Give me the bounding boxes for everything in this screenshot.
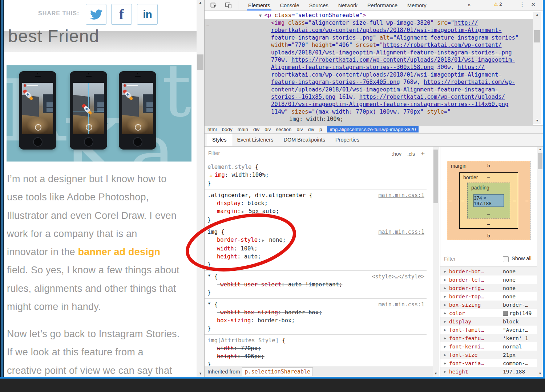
styles-filter-input[interactable]: Filter [208,150,220,156]
page-scrollbar[interactable]: ▲ ▼ [197,0,204,377]
breadcrumb-item[interactable]: body [222,127,233,132]
expand-property-icon[interactable]: ▶ [440,361,449,365]
computed-property-row[interactable]: ▶border-rig…none [440,284,537,292]
devtools-tab-elements[interactable]: Elements [248,1,270,10]
css-rule[interactable]: <style>…</style>* {-webkit-user-select: … [205,271,427,299]
elements-scrollbar[interactable]: ▲ ▼ [533,12,541,124]
text-line[interactable]: feature-instagram-stories--768x405.png 7… [271,78,529,86]
new-style-rule-icon[interactable]: + [421,150,425,158]
breadcrumb-item-selected[interactable]: img.aligncenter.size-full.wp-image-3820 [327,126,418,132]
css-declaration[interactable]: width: 100%; [207,245,424,253]
breadcrumb-item[interactable]: div [296,127,303,132]
padding-bottom-value[interactable]: ‒ [468,211,510,217]
boxmodel-margin[interactable]: margin 5 5 ‒ ‒ border ‒ ‒ ‒ ‒ padding ‒ … [447,161,530,240]
text-line[interactable]: feature-instagram-stories-.png" alt="Ali… [271,34,529,41]
breadcrumb-item[interactable]: section [276,127,292,132]
computed-property-row[interactable]: ▶colorrgb(149 [440,309,537,317]
padding-top-value[interactable]: ‒ [468,184,510,190]
computed-property-row[interactable]: ▶font-kerni…normal [440,342,537,351]
css-declaration[interactable]: width: 770px; [207,344,424,352]
expand-property-icon[interactable]: ▶ [440,369,449,373]
devtools-tab-sources[interactable]: Sources [309,1,328,10]
devtools-tab-memory[interactable]: Memory [407,1,426,10]
computed-property-row[interactable]: ▶border-top…none [440,292,537,301]
expand-property-icon[interactable]: ▶ [440,286,449,290]
sidebar-tab-dom-breakpoints[interactable]: DOM Breakpoints [278,134,330,146]
toggle-class-button[interactable]: .cls [407,151,415,157]
css-declaration[interactable]: border-style:▶ none; [207,236,424,245]
inherited-selector-link[interactable]: p.selectionShareable [242,367,313,376]
breadcrumb-item[interactable]: div [308,127,314,132]
devtools-tab-network[interactable]: Network [338,1,358,10]
expand-property-icon[interactable]: ▶ [440,353,449,357]
text-line[interactable]: 2018/01/wsi-imageoptim-Alignment-feature… [271,101,529,108]
css-declaration[interactable]: -webkit-user-select: auto !important; [207,281,424,289]
scroll-up-icon[interactable]: ▲ [537,147,543,152]
devtools-tab-performance[interactable]: Performance [367,1,397,10]
stylesheet-source-link[interactable]: main.min.css:1 [379,228,424,236]
expand-property-icon[interactable]: ▶ [440,303,449,307]
computed-property-row[interactable]: ▶font-featu…'kern' 1 [440,334,537,342]
text-line[interactable]: content/uploads/2018/01/wsi-imageoptim-A… [271,86,529,93]
css-declaration[interactable]: height: auto; [207,253,424,261]
text-line[interactable]: <img class="aligncenter size-full wp-ima… [271,19,529,26]
border-bottom-value[interactable]: ‒ [460,221,518,227]
css-rule[interactable]: main.min.css:1img {border-style:▶ none;w… [205,226,427,271]
css-declaration[interactable]: -webkit-box-sizing: border-box; [207,309,424,317]
text-line[interactable]: robertkatai.com/wp-content/uploads/2018/… [271,26,529,34]
computed-property-row[interactable]: ▶font-famil…"Avenir… [440,326,537,334]
facebook-share-button[interactable]: f [111,4,132,25]
scroll-down-icon[interactable]: ▼ [197,371,204,376]
boxmodel-content-size[interactable]: 374 × 197.188 [473,194,504,207]
styles-scrollbar[interactable]: ▼ [433,147,439,377]
show-all-checkbox[interactable] [503,256,509,262]
dom-node-parent-p[interactable]: ▼ <p class="selectionShareable"> [259,12,366,19]
computed-property-row[interactable]: ▶height197.188 [440,367,537,376]
devtools-close-icon[interactable]: ✕ [531,1,536,8]
hidden-content-ellipsis[interactable]: … [206,20,209,28]
stylesheet-source-link[interactable]: <style>…</style> [372,273,425,281]
css-rule[interactable]: main.min.css:1* {-webkit-box-sizing: bor… [205,299,427,335]
expand-property-icon[interactable]: ▶ [440,328,449,332]
scroll-down-icon[interactable]: ▼ [533,118,541,123]
device-toolbar-icon[interactable] [224,1,233,9]
styles-scrollbar-thumb[interactable] [433,150,438,203]
text-line[interactable]: stories--161x85.png 161w, https://robert… [271,93,529,101]
scroll-down-icon[interactable]: ▼ [433,371,439,376]
computed-filter-input[interactable]: Filter [444,256,456,262]
linkedin-share-button[interactable]: in [137,4,158,25]
devtools-menu-icon[interactable]: ⋮ [519,1,525,8]
selected-dom-node-highlight[interactable]: … <img class="aligncenter size-full wp-i… [205,19,533,125]
sidebar-scrollbar-thumb[interactable] [538,153,542,169]
margin-left-value[interactable]: ‒ [449,197,452,203]
text-line[interactable]: Alignment-feature-instagram-stories--300… [271,64,529,71]
sidebar-tab-styles[interactable]: Styles [207,134,232,146]
console-warning-badge[interactable]: ⚠ 2 [494,1,502,7]
text-line[interactable]: uploads/2018/01/wsi-imageoptim-Alignment… [271,49,529,56]
breadcrumb-item[interactable]: p [319,127,322,132]
toggle-pseudo-button[interactable]: :hov [392,151,401,157]
margin-right-value[interactable]: ‒ [525,197,528,203]
margin-top-value[interactable]: 5 [447,163,530,168]
css-declaration[interactable]: display: block; [207,199,424,207]
css-declaration[interactable]: box-sizing: border-box; [207,317,424,324]
scroll-up-icon[interactable]: ▲ [533,12,541,17]
expand-shorthand-icon[interactable]: ▶ [262,238,265,243]
text-line[interactable]: 114w" sizes="(max-width: 770px) 100vw, 7… [271,108,529,115]
devtools-tab-console[interactable]: Console [280,1,299,10]
text-line[interactable]: ▼ <p class="selectionShareable"> [259,12,366,19]
stylesheet-source-link[interactable]: main.min.css:1 [379,191,424,199]
margin-bottom-value[interactable]: 5 [447,233,530,238]
computed-property-row[interactable]: ▶font-varia…common-… [440,359,537,367]
css-rule[interactable]: main.min.css:1.aligncenter, div.aligncen… [205,189,427,226]
css-rule[interactable]: element.style {⚠img: width:100%;} [205,161,427,189]
css-rule[interactable]: img[Attributes Style] {width: 770px;heig… [205,335,427,371]
css-declaration[interactable]: height: 406px; [207,352,424,360]
expand-property-icon[interactable]: ▶ [440,269,449,273]
text-line[interactable]: width="770" height="406" srcset="https:/… [271,41,529,49]
sidebar-tab-event-listeners[interactable]: Event Listeners [232,134,279,146]
breadcrumb-item[interactable]: main [238,127,248,132]
stylesheet-source-link[interactable]: main.min.css:1 [379,301,424,309]
expand-property-icon[interactable]: ▶ [440,311,449,315]
img-element-source[interactable]: <img class="aligncenter size-full wp-ima… [271,19,529,123]
